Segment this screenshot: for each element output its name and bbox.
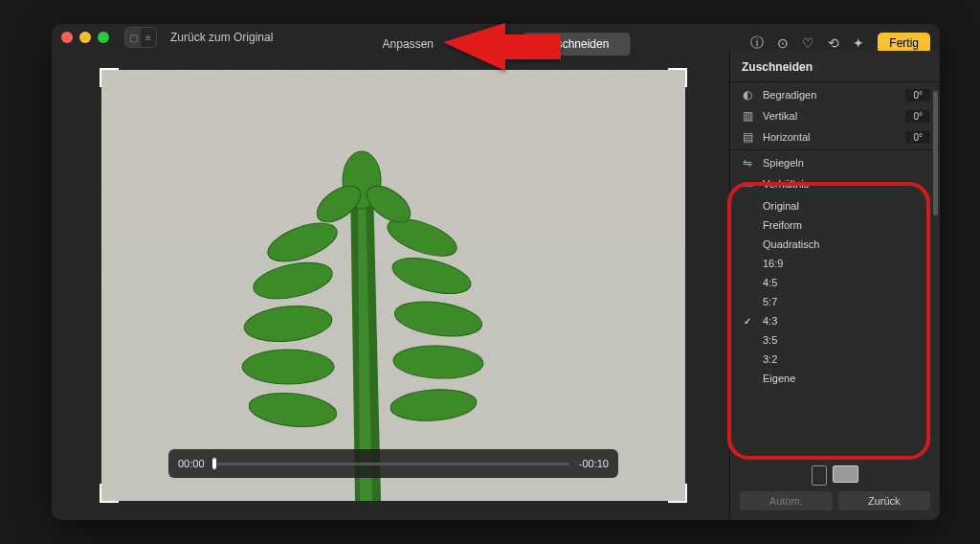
horizontal-row[interactable]: ▤ Horizontal 0°	[730, 126, 940, 147]
aspect-ratio-label: 16:9	[763, 258, 783, 269]
crop-handle-br[interactable]	[668, 484, 687, 503]
aspect-ratio-option[interactable]: 3:2	[730, 350, 940, 369]
aspect-ratio-option[interactable]: 3:5	[730, 330, 940, 350]
straighten-value: 0°	[905, 89, 930, 102]
list-view-icon[interactable]: ≡	[141, 28, 156, 47]
aspect-ratio-option[interactable]: Freiform	[730, 215, 940, 235]
horizontal-value: 0°	[905, 131, 930, 144]
flip-row[interactable]: ⇋ Spiegeln	[730, 152, 940, 173]
fullscreen-window-button[interactable]	[98, 32, 109, 43]
vertical-label: Vertikal	[763, 110, 797, 122]
window-controls	[61, 32, 109, 43]
view-toggle[interactable]: ▢ ≡	[124, 27, 157, 48]
vertical-icon: ▥	[740, 109, 755, 123]
video-scrubber[interactable]: 00:00 -00:10	[168, 449, 618, 478]
aspect-ratio-label: 3:5	[763, 334, 777, 346]
scrubber-knob[interactable]	[212, 458, 216, 469]
aspect-ratio-option[interactable]: ✓4:3	[730, 311, 940, 330]
autoenhance-icon[interactable]: ✦	[853, 35, 864, 51]
titlebar: ▢ ≡ Zurück zum Original Anpassen Filter …	[52, 24, 940, 51]
rotate-icon[interactable]: ⟲	[828, 35, 839, 51]
aspect-ratio-option[interactable]: 16:9	[730, 254, 940, 273]
orientation-landscape[interactable]	[833, 465, 858, 483]
video-current-time: 00:00	[178, 458, 205, 469]
svg-point-5	[242, 350, 334, 384]
aspect-ratio-label: Original	[763, 200, 799, 212]
aspect-ratio-label: 5:7	[763, 296, 777, 307]
crop-handle-tr[interactable]	[668, 68, 687, 87]
crop-handle-tl[interactable]	[100, 68, 119, 87]
aspect-ratio-option[interactable]: 5:7	[730, 292, 940, 311]
preview-image	[101, 70, 685, 501]
minimize-window-button[interactable]	[79, 32, 91, 43]
orientation-toggle	[740, 465, 930, 486]
canvas-area: 00:00 -00:10	[52, 51, 729, 520]
editor-window: ▢ ≡ Zurück zum Original Anpassen Filter …	[52, 24, 940, 520]
thumbnail-view-icon[interactable]: ▢	[125, 28, 141, 47]
sidebar-scrollbar[interactable]	[933, 91, 938, 215]
revert-to-original-button[interactable]: Zurück zum Original	[170, 31, 273, 44]
aspect-ratio-label: Quadratisch	[763, 238, 819, 250]
flip-icon: ⇋	[740, 156, 755, 170]
vertical-value: 0°	[905, 110, 930, 123]
aspect-row: ▭ Verhältnis	[730, 173, 940, 194]
aspect-ratio-label: Freiform	[763, 219, 802, 231]
orientation-portrait[interactable]	[812, 465, 827, 486]
straighten-row[interactable]: ◐ Begradigen 0°	[730, 84, 940, 105]
checkmark-icon: ✓	[744, 316, 753, 327]
crop-frame[interactable]: 00:00 -00:10	[101, 70, 685, 501]
horizontal-icon: ▤	[740, 130, 755, 144]
aspect-label: Verhältnis	[763, 178, 809, 190]
editor-body: 00:00 -00:10 Zuschneiden ◐ Begradigen 0°…	[52, 51, 940, 520]
aspect-ratio-label: Eigene	[763, 373, 795, 384]
aspect-ratio-list: OriginalFreiformQuadratisch16:94:55:7✓4:…	[730, 194, 940, 394]
favorite-icon[interactable]: ♡	[802, 35, 814, 51]
close-window-button[interactable]	[61, 32, 73, 43]
aspect-ratio-option[interactable]: Eigene	[730, 369, 940, 388]
video-remaining-time: -00:10	[579, 458, 609, 469]
scrubber-track[interactable]	[214, 463, 569, 465]
horizontal-label: Horizontal	[763, 131, 811, 143]
svg-rect-1	[101, 70, 685, 501]
aspect-ratio-option[interactable]: 4:5	[730, 273, 940, 292]
sidebar-title: Zuschneiden	[730, 51, 940, 79]
info-icon[interactable]: ⓘ	[750, 34, 764, 52]
sidebar-footer: Autom. Zurück	[730, 458, 940, 520]
straighten-icon: ◐	[740, 88, 755, 102]
aspect-ratio-option[interactable]: Quadratisch	[730, 235, 940, 254]
auto-button[interactable]: Autom.	[740, 491, 833, 510]
straighten-label: Begradigen	[763, 89, 816, 101]
flip-label: Spiegeln	[763, 157, 804, 169]
more-icon[interactable]: ⊙	[777, 35, 789, 51]
aspect-ratio-label: 4:3	[763, 315, 777, 327]
aspect-ratio-label: 3:2	[763, 353, 777, 365]
crop-handle-bl[interactable]	[100, 484, 119, 503]
crop-sidebar: Zuschneiden ◐ Begradigen 0° ▥ Vertikal 0…	[729, 51, 940, 520]
reset-button[interactable]: Zurück	[838, 491, 931, 510]
aspect-icon: ▭	[740, 177, 755, 191]
aspect-ratio-label: 4:5	[763, 277, 777, 288]
vertical-row[interactable]: ▥ Vertikal 0°	[730, 105, 940, 126]
aspect-ratio-option[interactable]: Original	[730, 196, 940, 215]
